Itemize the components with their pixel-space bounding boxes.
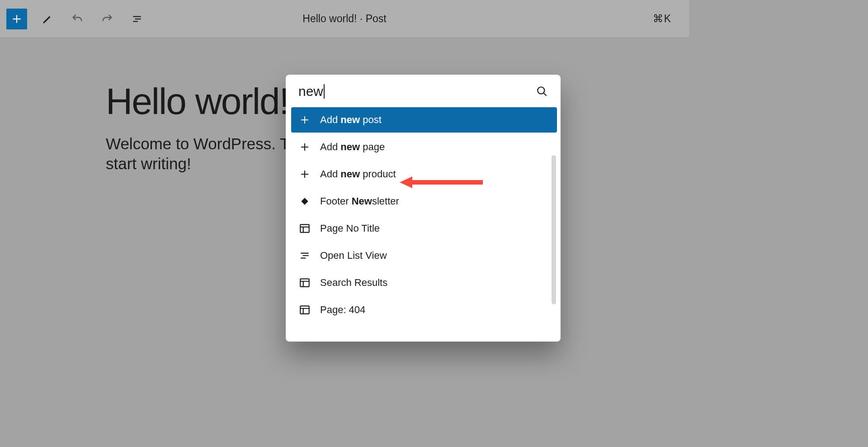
command-item-label: Add new product <box>320 168 396 180</box>
editor-toolbar: Hello world! · Post ⌘K <box>0 0 689 38</box>
command-item[interactable]: Add new page <box>291 134 557 160</box>
layout-icon <box>298 304 311 316</box>
search-icon <box>536 86 548 97</box>
block-inserter-button[interactable] <box>6 9 27 29</box>
diamond-icon <box>298 195 311 208</box>
command-item[interactable]: Search Results <box>291 270 557 295</box>
command-item-label: Footer Newsletter <box>320 195 399 207</box>
command-item-label: Search Results <box>320 277 387 289</box>
svg-rect-20 <box>300 279 309 286</box>
svg-rect-14 <box>300 224 309 232</box>
command-item[interactable]: Footer Newsletter <box>291 189 557 214</box>
plus-icon <box>298 114 311 126</box>
plus-icon <box>11 13 23 25</box>
command-item[interactable]: Open List View <box>291 243 557 268</box>
plus-icon <box>298 141 311 153</box>
redo-button[interactable] <box>98 10 117 29</box>
command-item-label: Add new post <box>320 114 382 126</box>
command-shortcut-hint[interactable]: ⌘K <box>653 13 672 25</box>
svg-rect-23 <box>300 306 309 314</box>
document-overview-button[interactable] <box>127 10 146 29</box>
undo-icon <box>71 13 84 25</box>
command-item-label: Page: 404 <box>320 304 365 316</box>
command-item-label: Add new page <box>320 141 385 153</box>
redo-icon <box>101 13 113 25</box>
command-search-row: new <box>286 75 561 105</box>
post-content[interactable]: Welcome to WordPress. This start writing… <box>106 134 310 174</box>
command-results-list: Add new post Add new page Add new produc… <box>286 105 561 342</box>
command-item-label: Open List View <box>320 250 387 262</box>
post-title[interactable]: Hello world! <box>106 80 288 123</box>
layout-icon <box>298 276 311 289</box>
command-item[interactable]: Page: 404 <box>291 297 557 323</box>
plus-icon <box>298 168 311 181</box>
command-item-label: Page No Title <box>320 223 380 234</box>
pencil-icon <box>42 13 53 25</box>
post-content-line: Welcome to WordPress. This <box>106 135 310 152</box>
command-search-text: new <box>298 84 323 99</box>
svg-rect-13 <box>301 198 308 204</box>
list-icon <box>298 249 311 262</box>
svg-point-5 <box>538 87 544 94</box>
scrollbar-thumb[interactable] <box>552 155 556 304</box>
text-caret <box>324 84 325 99</box>
list-view-icon <box>131 13 143 25</box>
command-item[interactable]: Page No Title <box>291 216 557 241</box>
post-content-line: start writing! <box>106 155 191 172</box>
layout-icon <box>298 222 311 235</box>
command-item[interactable]: Add new product <box>291 162 557 187</box>
tools-button[interactable] <box>38 10 57 29</box>
command-item[interactable]: Add new post <box>291 107 557 133</box>
undo-button[interactable] <box>68 10 87 29</box>
svg-line-6 <box>543 93 547 96</box>
command-palette: new Add new post Add new page Add new pr… <box>286 75 561 342</box>
